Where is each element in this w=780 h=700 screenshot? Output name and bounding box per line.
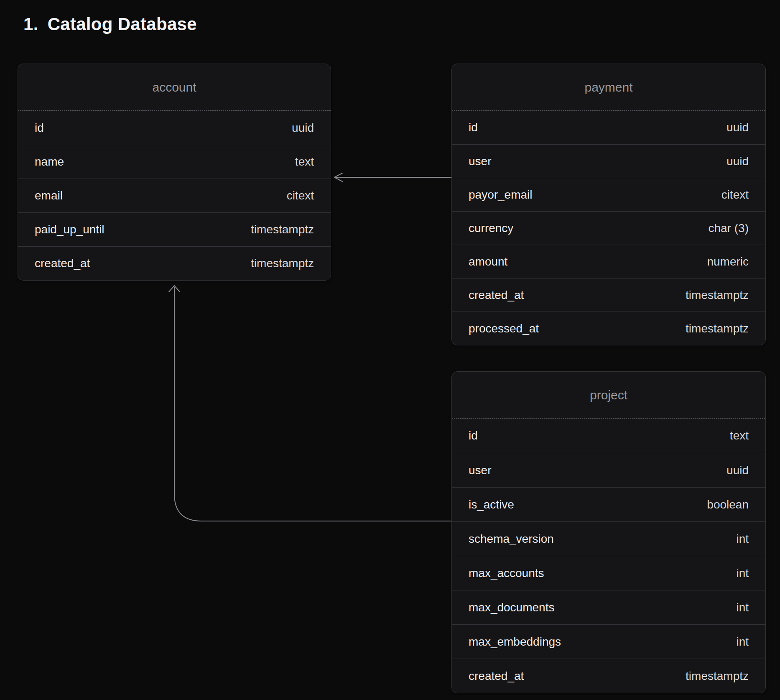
table-payment-header[interactable]: payment (452, 64, 765, 111)
field-type: numeric (707, 255, 749, 268)
field-type: uuid (726, 464, 749, 477)
connector-project-to-account (174, 287, 451, 521)
table-row: id text (452, 419, 765, 453)
diagram-title-text: Catalog Database (48, 14, 197, 34)
field-name: user (469, 464, 491, 477)
table-row: payor_email citext (452, 178, 765, 211)
field-type: timestamptz (251, 223, 314, 236)
field-type: uuid (726, 155, 749, 168)
table-row: max_embeddings int (452, 624, 765, 659)
table-payment-title: payment (584, 80, 632, 95)
field-name: created_at (469, 289, 524, 302)
table-row: id uuid (452, 111, 765, 144)
field-type: timestamptz (686, 669, 749, 683)
table-project[interactable]: project id text user uuid is_active bool… (451, 371, 766, 693)
diagram-title-number: 1. (23, 14, 38, 34)
table-row: processed_at timestamptz (452, 312, 765, 345)
table-row: max_accounts int (452, 556, 765, 590)
table-account[interactable]: account id uuid name text email citext p… (18, 64, 331, 281)
table-row: max_documents int (452, 590, 765, 624)
field-name: id (469, 121, 478, 134)
field-name: processed_at (469, 322, 539, 335)
field-name: max_embeddings (469, 635, 561, 649)
field-type: timestamptz (686, 322, 749, 335)
field-type: timestamptz (686, 289, 749, 302)
field-type: citext (287, 189, 314, 202)
table-row: is_active boolean (452, 487, 765, 521)
table-account-title: account (152, 80, 196, 95)
field-type: int (736, 601, 749, 614)
table-project-header[interactable]: project (452, 372, 765, 419)
field-name: id (35, 121, 44, 135)
field-type: uuid (292, 121, 314, 135)
field-type: uuid (726, 121, 749, 134)
field-name: max_documents (469, 601, 554, 614)
field-name: max_accounts (469, 567, 544, 580)
field-name: payor_email (469, 188, 533, 202)
table-row: paid_up_until timestamptz (18, 212, 331, 246)
arrowhead-up-icon (169, 286, 180, 292)
diagram-title: 1. Catalog Database (23, 14, 197, 34)
field-name: amount (469, 255, 507, 268)
field-name: user (469, 155, 491, 168)
field-name: paid_up_until (35, 223, 105, 236)
table-row: created_at timestamptz (452, 278, 765, 312)
table-row: name text (18, 145, 331, 179)
field-type: timestamptz (251, 257, 314, 270)
field-type: boolean (707, 498, 749, 511)
field-name: schema_version (469, 532, 554, 546)
field-type: int (736, 532, 749, 546)
field-type: text (295, 155, 314, 169)
field-name: name (35, 155, 64, 169)
table-account-header[interactable]: account (18, 64, 331, 111)
table-row: created_at timestamptz (18, 246, 331, 280)
field-type: char (3) (709, 222, 749, 235)
table-row: created_at timestamptz (452, 659, 765, 693)
diagram-canvas[interactable]: 1. Catalog Database account id uuid name… (0, 0, 780, 700)
table-project-title: project (590, 388, 627, 402)
field-name: is_active (469, 498, 514, 511)
field-name: currency (469, 222, 513, 235)
table-row: user uuid (452, 144, 765, 178)
field-type: citext (721, 188, 749, 202)
table-row: id uuid (18, 111, 331, 145)
field-type: int (736, 567, 749, 580)
table-row: email citext (18, 179, 331, 212)
field-type: int (736, 635, 749, 649)
arrowhead-left-icon (334, 173, 342, 181)
table-row: user uuid (452, 453, 765, 487)
field-name: created_at (35, 257, 90, 270)
table-row: schema_version int (452, 521, 765, 556)
table-payment[interactable]: payment id uuid user uuid payor_email ci… (451, 64, 766, 345)
field-name: email (35, 189, 63, 202)
field-name: created_at (469, 669, 524, 683)
table-row: amount numeric (452, 245, 765, 278)
field-name: id (469, 429, 478, 442)
field-type: text (730, 429, 749, 442)
table-row: currency char (3) (452, 211, 765, 245)
